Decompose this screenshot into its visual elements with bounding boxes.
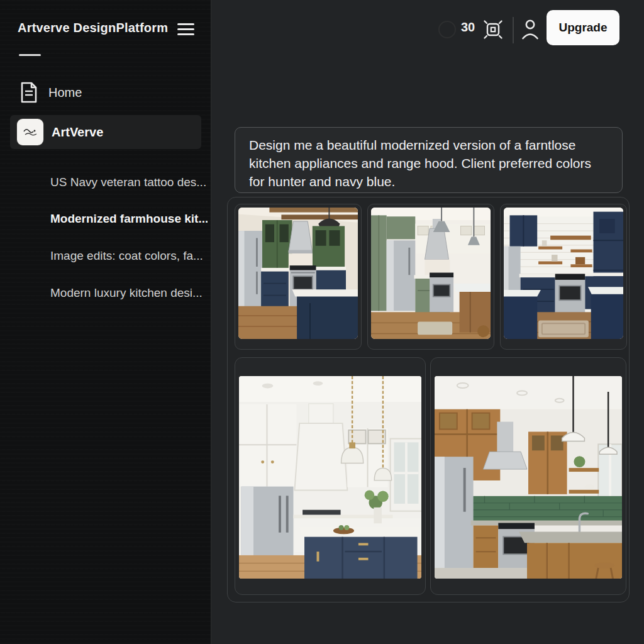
generated-image-5[interactable] <box>435 376 622 579</box>
generated-image-3[interactable] <box>504 208 623 339</box>
history-item[interactable]: US Navy veteran tattoo des... <box>50 175 208 192</box>
sidebar-divider-dash <box>19 54 41 56</box>
image-card <box>235 357 426 595</box>
document-icon <box>19 82 38 103</box>
account-person-icon[interactable] <box>521 18 539 40</box>
artverve-logo <box>21 123 40 142</box>
sidebar-item-home-label: Home <box>48 86 82 100</box>
kitchen-illustration-green-navy <box>238 208 358 339</box>
app-title: Artverve DesignPlatform <box>18 21 168 35</box>
image-card <box>367 204 494 350</box>
artverve-logo-thumbnail <box>17 119 43 145</box>
sidebar-item-home[interactable]: Home <box>11 78 200 107</box>
sidebar-item-artverve-label: ArtVerve <box>52 125 103 140</box>
history-item[interactable]: Modern luxury kitchen desi... <box>50 286 208 303</box>
credits-count: 30 <box>461 20 475 35</box>
upgrade-button[interactable]: Upgrade <box>547 10 619 45</box>
sidebar-item-artverve[interactable]: ArtVerve <box>10 115 201 149</box>
dim-circle-icon <box>438 21 456 38</box>
kitchen-illustration-oak-green <box>435 376 622 579</box>
generated-image-2[interactable] <box>371 208 491 339</box>
image-card <box>430 357 626 595</box>
hamburger-bar <box>177 33 194 35</box>
user-prompt-card[interactable]: Design me a beautiful modernized version… <box>235 127 623 193</box>
app-window: Artverve DesignPlatform Home <box>0 0 644 644</box>
sidebar: Artverve DesignPlatform Home <box>0 0 211 644</box>
header-divider <box>513 17 514 43</box>
kitchen-illustration-white-navy <box>239 376 421 579</box>
hamburger-bar <box>177 23 194 25</box>
hamburger-menu-icon[interactable] <box>177 23 195 36</box>
user-prompt-text: Design me a beautiful modernized version… <box>249 136 609 191</box>
image-card <box>500 204 627 350</box>
kitchen-illustration-navy-subway <box>504 208 623 339</box>
history-item-active[interactable]: Modernized farmhouse kit... <box>50 212 208 228</box>
image-card <box>235 204 362 350</box>
kitchen-illustration-sage <box>371 208 491 339</box>
generated-image-4[interactable] <box>239 376 421 579</box>
history-item[interactable]: Image edits: coat colors, fa... <box>50 249 208 265</box>
generated-image-1[interactable] <box>238 208 358 339</box>
credits-token-icon[interactable] <box>482 19 504 40</box>
hamburger-bar <box>177 28 194 30</box>
